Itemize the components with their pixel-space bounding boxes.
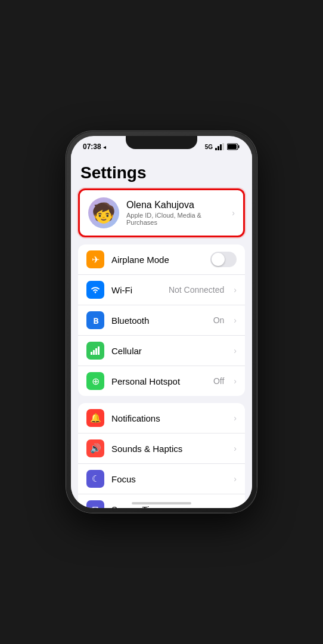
hotspot-value: Off <box>213 376 224 386</box>
profile-card[interactable]: 🧒 Olena Kahujova Apple ID, iCloud, Media… <box>78 188 245 237</box>
hotspot-icon-box: ⊕ <box>86 372 104 390</box>
notifications-icon: 🔔 <box>90 413 101 423</box>
location-icon: ◂ <box>103 144 106 150</box>
profile-name: Olena Kahujova <box>126 200 225 210</box>
sounds-icon-box: 🔊 <box>86 439 104 457</box>
wifi-icon-box <box>86 281 104 299</box>
svg-rect-10 <box>95 348 97 355</box>
profile-info: Olena Kahujova Apple ID, iCloud, Media &… <box>126 200 225 226</box>
svg-rect-0 <box>215 148 217 150</box>
svg-rect-3 <box>222 143 224 150</box>
wifi-icon <box>90 286 101 294</box>
network-type: 5G <box>205 144 213 150</box>
hotspot-label: Personal Hotspot <box>111 376 206 386</box>
cellular-label: Cellular <box>111 346 226 356</box>
phone-screen: 07:38 ◂ 5G <box>71 136 252 508</box>
profile-chevron: › <box>232 208 235 218</box>
bluetooth-chevron: › <box>234 315 237 325</box>
svg-rect-6 <box>228 144 237 149</box>
screentime-icon-box: ⊠ <box>86 500 104 508</box>
settings-row-hotspot[interactable]: ⊕ Personal Hotspot Off › <box>78 366 245 396</box>
avatar: 🧒 <box>88 197 119 228</box>
svg-rect-2 <box>220 144 222 150</box>
status-right: 5G <box>205 143 240 150</box>
settings-group-notifications: 🔔 Notifications › 🔊 Sounds & Haptics › <box>78 403 245 508</box>
signal-icon <box>215 143 225 150</box>
svg-rect-9 <box>93 350 95 355</box>
sounds-icon: 🔊 <box>90 443 101 454</box>
settings-row-screentime[interactable]: ⊠ Screen Time › <box>78 494 245 508</box>
toggle-thumb <box>212 253 225 266</box>
avatar-emoji: 🧒 <box>92 202 116 224</box>
notifications-icon-box: 🔔 <box>86 409 104 427</box>
sounds-chevron: › <box>234 444 237 453</box>
screentime-label: Screen Time <box>111 504 226 509</box>
page-title: Settings <box>71 154 252 188</box>
wifi-chevron: › <box>234 285 237 295</box>
hotspot-icon: ⊕ <box>92 376 100 387</box>
focus-label: Focus <box>111 474 226 484</box>
settings-row-sounds[interactable]: 🔊 Sounds & Haptics › <box>78 434 245 464</box>
screen-content[interactable]: Settings 🧒 Olena Kahujova Apple ID, iClo… <box>71 154 252 508</box>
battery-icon <box>227 143 240 150</box>
sounds-label: Sounds & Haptics <box>111 444 226 454</box>
status-time: 07:38 <box>83 143 101 151</box>
settings-row-focus[interactable]: ☾ Focus › <box>78 464 245 494</box>
settings-row-notifications[interactable]: 🔔 Notifications › <box>78 403 245 434</box>
screentime-chevron: › <box>234 504 237 508</box>
wifi-value: Not Connected <box>169 285 224 295</box>
notifications-chevron: › <box>234 413 237 423</box>
screentime-icon: ⊠ <box>92 504 99 508</box>
bluetooth-label: Bluetooth <box>111 315 206 326</box>
airplane-mode-label: Airplane Mode <box>111 255 203 265</box>
notch <box>126 136 197 149</box>
settings-row-cellular[interactable]: Cellular › <box>78 336 245 366</box>
home-indicator <box>132 502 191 504</box>
cellular-icon-box <box>86 342 104 360</box>
settings-row-bluetooth[interactable]: ʙ Bluetooth On › <box>78 305 245 336</box>
svg-rect-5 <box>238 145 240 148</box>
bluetooth-icon: ʙ <box>93 315 98 326</box>
bluetooth-icon-box: ʙ <box>86 311 104 329</box>
svg-rect-8 <box>91 352 92 355</box>
hotspot-chevron: › <box>234 376 237 386</box>
airplane-mode-icon: ✈ <box>86 250 104 268</box>
settings-row-airplane-mode[interactable]: ✈ Airplane Mode <box>78 244 245 275</box>
notifications-label: Notifications <box>111 413 226 423</box>
phone-frame: 07:38 ◂ 5G <box>66 131 257 513</box>
bluetooth-value: On <box>213 315 225 325</box>
focus-icon: ☾ <box>92 473 100 484</box>
settings-row-wifi[interactable]: Wi-Fi Not Connected › <box>78 275 245 305</box>
airplane-mode-toggle[interactable] <box>210 252 237 267</box>
svg-point-7 <box>95 292 96 293</box>
focus-icon-box: ☾ <box>86 470 104 488</box>
profile-subtitle: Apple ID, iCloud, Media & Purchases <box>126 212 225 226</box>
wifi-label: Wi-Fi <box>111 285 162 295</box>
svg-rect-1 <box>218 146 219 150</box>
settings-group-network: ✈ Airplane Mode <box>78 244 245 396</box>
svg-rect-11 <box>98 346 100 355</box>
cellular-chevron: › <box>234 346 237 355</box>
cellular-icon <box>91 346 100 355</box>
focus-chevron: › <box>234 474 237 484</box>
